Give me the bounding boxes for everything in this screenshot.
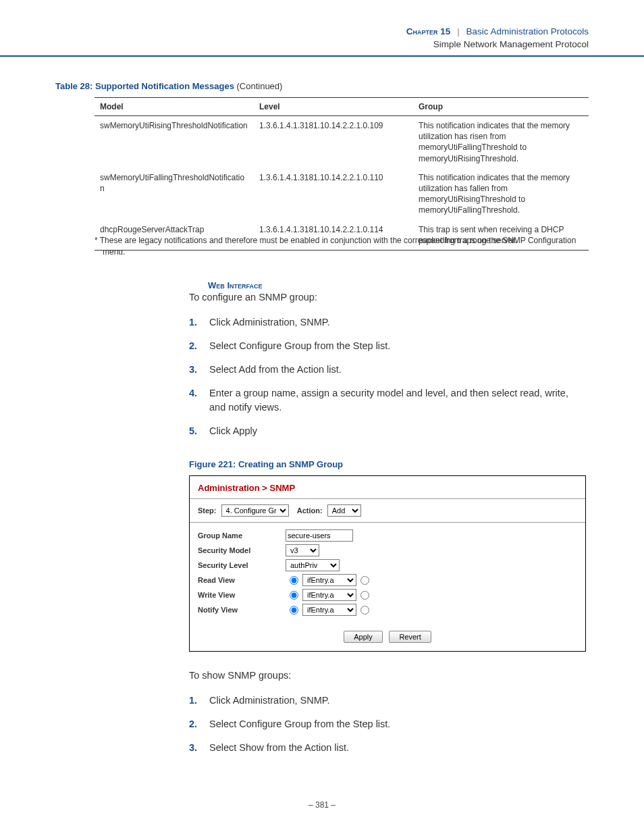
step-item: 2.Select Configure Group from the Step l… bbox=[189, 717, 587, 731]
action-label: Action: bbox=[297, 506, 323, 515]
step-number: 3. bbox=[189, 363, 209, 377]
step-text: Select Add from the Action list. bbox=[209, 363, 587, 377]
step-number: 4. bbox=[189, 386, 209, 415]
figure-caption: Figure 221: Creating an SNMP Group bbox=[189, 459, 343, 469]
step-number: 5. bbox=[189, 424, 209, 438]
page-header: Chapter 15 | Basic Administration Protoc… bbox=[406, 26, 589, 51]
table-row: swMemoryUtiRisingThresholdNotification 1… bbox=[95, 116, 589, 168]
step-number: 1. bbox=[189, 315, 209, 330]
write-view-select[interactable]: ifEntry.a bbox=[302, 589, 356, 601]
step-item: 5.Click Apply bbox=[189, 424, 587, 438]
web-interface-heading: Web Interface bbox=[208, 280, 263, 290]
group-name-input[interactable] bbox=[286, 529, 353, 542]
table-caption-continued: (Continued) bbox=[234, 81, 283, 91]
cell-group: This notification indicates that the mem… bbox=[413, 168, 589, 220]
cell-model: swMemoryUtiRisingThresholdNotification bbox=[95, 116, 254, 168]
security-level-select[interactable]: authPriv bbox=[286, 559, 340, 571]
cell-level: 1.3.6.1.4.1.3181.10.14.2.2.1.0.109 bbox=[254, 116, 413, 168]
step-item: 1.Click Administration, SNMP. bbox=[189, 694, 587, 708]
header-title-2: Simple Network Management Protocol bbox=[433, 39, 589, 49]
cell-level: 1.3.6.1.4.1.3181.10.14.2.2.1.0.110 bbox=[254, 168, 413, 220]
read-view-radio-none[interactable] bbox=[360, 576, 369, 585]
step-number: 2. bbox=[189, 339, 209, 353]
step-text: Enter a group name, assign a security mo… bbox=[209, 386, 587, 415]
snmp-group-screenshot: Administration > SNMP Step: 4. Configure… bbox=[189, 475, 586, 652]
step-item: 3.Select Show from the Action list. bbox=[189, 741, 587, 755]
security-level-label: Security Level bbox=[198, 561, 286, 569]
read-view-label: Read View bbox=[198, 576, 286, 584]
show-intro: To show SNMP groups: bbox=[189, 670, 291, 681]
notify-view-select[interactable]: ifEntry.a bbox=[302, 604, 356, 616]
step-number: 3. bbox=[189, 741, 209, 755]
step-text: Click Administration, SNMP. bbox=[209, 694, 587, 708]
table-header-row: Model Level Group bbox=[95, 98, 589, 116]
step-text: Click Apply bbox=[209, 424, 587, 438]
cell-model: swMemoryUtiFallingThresholdNotification bbox=[95, 168, 254, 220]
security-model-label: Security Model bbox=[198, 546, 286, 554]
configure-steps: 1.Click Administration, SNMP. 2.Select C… bbox=[189, 315, 587, 448]
configure-intro: To configure an SNMP group: bbox=[189, 292, 317, 303]
step-item: 4.Enter a group name, assign a security … bbox=[189, 386, 587, 415]
write-view-radio-none[interactable] bbox=[360, 591, 369, 600]
step-item: 1.Click Administration, SNMP. bbox=[189, 315, 587, 330]
group-name-label: Group Name bbox=[198, 531, 286, 540]
revert-button[interactable]: Revert bbox=[389, 631, 431, 643]
chapter-label: Chapter 15 bbox=[406, 26, 451, 36]
read-view-radio-select[interactable] bbox=[290, 576, 298, 585]
security-model-select[interactable]: v3 bbox=[286, 544, 319, 556]
cell-group: This notification indicates that the mem… bbox=[413, 116, 589, 168]
th-group: Group bbox=[413, 98, 589, 116]
table-footnote: * These are legacy notifications and the… bbox=[95, 235, 587, 258]
table-caption-title: Table 28: Supported Notification Message… bbox=[55, 81, 234, 91]
mock-form: Group Name Security Model v3 Security Le… bbox=[190, 523, 585, 628]
step-text: Click Administration, SNMP. bbox=[209, 315, 587, 330]
step-select[interactable]: 4. Configure Group bbox=[221, 504, 289, 517]
action-select[interactable]: Add bbox=[327, 504, 361, 517]
header-title-1: Basic Administration Protocols bbox=[466, 26, 589, 36]
show-steps: 1.Click Administration, SNMP. 2.Select C… bbox=[189, 694, 587, 764]
apply-button[interactable]: Apply bbox=[344, 631, 383, 643]
notify-view-radio-none[interactable] bbox=[360, 606, 369, 615]
step-text: Select Show from the Action list. bbox=[209, 741, 587, 755]
header-separator: | bbox=[457, 26, 460, 36]
step-item: 2.Select Configure Group from the Step l… bbox=[189, 339, 587, 353]
write-view-radio-select[interactable] bbox=[290, 591, 298, 600]
header-rule bbox=[0, 55, 644, 57]
step-number: 2. bbox=[189, 717, 209, 731]
notify-view-radio-select[interactable] bbox=[290, 606, 298, 615]
read-view-select[interactable]: ifEntry.a bbox=[302, 574, 356, 586]
th-level: Level bbox=[254, 98, 413, 116]
step-number: 1. bbox=[189, 694, 209, 708]
th-model: Model bbox=[95, 98, 254, 116]
page-number: – 381 – bbox=[0, 800, 644, 810]
mock-buttons: Apply Revert bbox=[190, 628, 585, 651]
table-caption: Table 28: Supported Notification Message… bbox=[55, 81, 282, 91]
mock-toolbar: Step: 4. Configure Group Action: Add bbox=[190, 499, 585, 519]
step-text: Select Configure Group from the Step lis… bbox=[209, 339, 587, 353]
step-text: Select Configure Group from the Step lis… bbox=[209, 717, 587, 731]
write-view-label: Write View bbox=[198, 591, 286, 599]
notify-view-label: Notify View bbox=[198, 606, 286, 614]
step-label: Step: bbox=[198, 506, 217, 515]
step-item: 3.Select Add from the Action list. bbox=[189, 363, 587, 377]
breadcrumb: Administration > SNMP bbox=[190, 476, 585, 496]
notification-table: Model Level Group swMemoryUtiRisingThres… bbox=[95, 97, 589, 251]
table-row: swMemoryUtiFallingThresholdNotification … bbox=[95, 168, 589, 220]
